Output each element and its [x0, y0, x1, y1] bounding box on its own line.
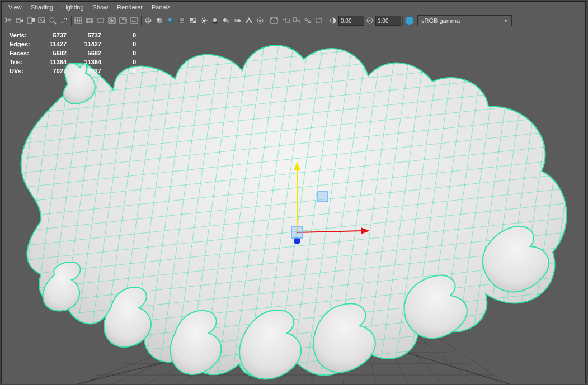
- grid-icon[interactable]: [73, 15, 84, 26]
- svg-marker-2: [21, 19, 23, 22]
- svg-point-51: [226, 20, 229, 23]
- view-transform-dropdown[interactable]: sRGB gamma ▼: [417, 15, 512, 26]
- film-gate-icon[interactable]: [84, 15, 95, 26]
- dropdown-arrow-icon: ▼: [504, 18, 508, 23]
- hud-row: Edges: 11427 11427 0: [6, 40, 139, 49]
- svg-point-62: [305, 18, 307, 21]
- gamma-field[interactable]: 1.00: [375, 16, 401, 26]
- toolbar-separator: [141, 16, 142, 26]
- exposure-field[interactable]: 0.00: [338, 16, 364, 26]
- svg-point-48: [213, 18, 217, 22]
- xray-joints-icon[interactable]: [302, 15, 313, 26]
- svg-rect-37: [190, 18, 193, 21]
- xray-active-icon[interactable]: [291, 15, 302, 26]
- textured-icon[interactable]: [187, 15, 199, 26]
- color-management-icon[interactable]: [404, 15, 415, 26]
- svg-rect-26: [133, 20, 136, 22]
- menu-renderer[interactable]: Renderer: [112, 3, 147, 12]
- safe-title-icon[interactable]: [129, 15, 140, 26]
- hud-row: Faces: 5682 5682 0: [6, 49, 139, 58]
- field-chart-icon[interactable]: [106, 15, 117, 26]
- isolate-select-icon[interactable]: [269, 15, 280, 26]
- menu-lighting[interactable]: Lighting: [58, 3, 88, 12]
- svg-point-49: [213, 22, 218, 24]
- svg-point-52: [237, 19, 241, 22]
- use-all-lights-icon[interactable]: [199, 15, 210, 26]
- svg-point-57: [259, 20, 261, 22]
- motion-blur-icon[interactable]: [232, 15, 243, 26]
- grease-pencil-icon[interactable]: [59, 15, 70, 26]
- shadows-icon[interactable]: [210, 15, 221, 26]
- safe-action-icon[interactable]: [117, 15, 129, 26]
- svg-point-97: [294, 237, 300, 244]
- svg-rect-24: [121, 19, 125, 22]
- depth-of-field-icon[interactable]: [255, 15, 266, 26]
- camera-attributes-icon[interactable]: [14, 15, 25, 26]
- svg-rect-59: [285, 18, 289, 23]
- svg-marker-9: [62, 18, 67, 23]
- hud-row: UVs: 7027 7027 0: [6, 66, 139, 75]
- svg-point-30: [157, 18, 162, 23]
- component-xray-icon[interactable]: [313, 15, 324, 26]
- svg-point-6: [40, 19, 41, 20]
- viewport-3d-scene: [2, 28, 585, 384]
- image-plane-icon[interactable]: [36, 15, 48, 26]
- view-transform-value: sRGB gamma: [421, 17, 460, 24]
- panel-toolbar: 0.00 1.00 sRGB gamma ▼: [2, 13, 585, 28]
- 2d-pan-zoom-icon[interactable]: [48, 15, 59, 26]
- select-camera-icon[interactable]: [3, 15, 14, 26]
- viewport-panel[interactable]: Verts: 5737 5737 0 Edges: 11427 11427 0 …: [2, 28, 585, 384]
- wireframe-icon[interactable]: [143, 15, 154, 26]
- svg-line-8: [54, 22, 56, 24]
- anti-alias-icon[interactable]: [243, 15, 255, 26]
- use-default-material-icon[interactable]: [165, 15, 176, 26]
- svg-line-46: [206, 18, 207, 20]
- toolbar-separator: [402, 16, 403, 26]
- svg-rect-38: [193, 21, 196, 23]
- bookmarks-icon[interactable]: [25, 15, 36, 26]
- ambient-occlusion-icon[interactable]: [221, 15, 232, 26]
- poly-count-hud: Verts: 5737 5737 0 Edges: 11427 11427 0 …: [6, 31, 139, 75]
- gate-mask-icon[interactable]: [95, 15, 106, 26]
- svg-line-44: [202, 18, 203, 20]
- toolbar-separator: [326, 16, 326, 26]
- hud-row: Verts: 5737 5737 0: [6, 31, 139, 40]
- menu-panels[interactable]: Panels: [147, 3, 175, 12]
- wireframe-on-shaded-icon[interactable]: [176, 15, 187, 26]
- svg-line-64: [307, 21, 309, 21]
- mesh-object[interactable]: [2, 28, 585, 384]
- toolbar-separator: [71, 16, 72, 26]
- smooth-shade-icon[interactable]: [154, 15, 165, 26]
- menu-show[interactable]: Show: [88, 3, 113, 12]
- svg-rect-98: [291, 227, 303, 238]
- svg-rect-65: [316, 18, 322, 23]
- svg-point-63: [308, 21, 311, 23]
- svg-line-45: [206, 22, 207, 23]
- svg-point-31: [157, 18, 159, 21]
- gamma-icon[interactable]: [364, 15, 375, 26]
- svg-marker-4: [32, 18, 35, 22]
- svg-point-7: [50, 18, 54, 22]
- svg-point-39: [203, 20, 206, 22]
- menu-shading[interactable]: Shading: [26, 3, 58, 12]
- svg-rect-3: [27, 18, 32, 23]
- toolbar-separator: [267, 16, 267, 26]
- svg-rect-25: [131, 18, 138, 23]
- svg-point-0: [8, 19, 11, 21]
- svg-rect-15: [87, 20, 92, 22]
- svg-rect-17: [98, 19, 103, 22]
- panel-menu-bar: View Shading Lighting Show Renderer Pane…: [2, 2, 585, 13]
- xray-icon[interactable]: [280, 15, 291, 26]
- exposure-icon[interactable]: [327, 15, 338, 26]
- svg-rect-1: [16, 19, 21, 22]
- menu-view[interactable]: View: [4, 3, 26, 12]
- svg-point-32: [168, 18, 173, 23]
- svg-rect-99: [318, 192, 328, 202]
- svg-line-47: [202, 22, 203, 23]
- hud-row: Tris: 11364 11364 0: [6, 58, 139, 66]
